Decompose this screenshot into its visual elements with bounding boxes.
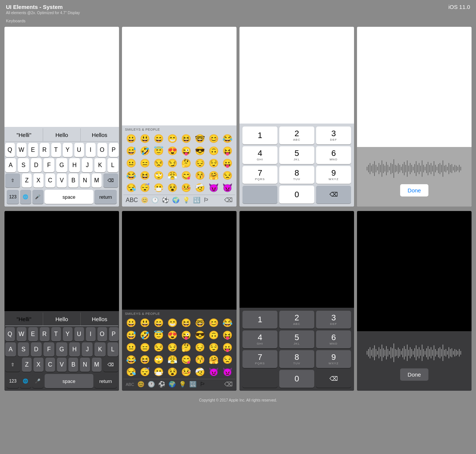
emoji-d-13[interactable]: 😜 — [180, 329, 193, 341]
key-z-dark[interactable]: Z — [22, 358, 32, 372]
key-e-dark[interactable]: E — [28, 327, 38, 341]
emoji-d-36[interactable]: 😵 — [165, 366, 179, 378]
key-delete-light[interactable]: ⌫ — [103, 173, 118, 188]
emoji-35[interactable]: 😷 — [152, 182, 165, 194]
key-m-dark[interactable]: M — [92, 358, 102, 372]
key-g-dark[interactable]: G — [56, 342, 67, 357]
key-mic-light[interactable]: 🎤 — [32, 190, 44, 204]
key-k-light[interactable]: K — [94, 158, 105, 172]
emoji-d-12[interactable]: 😍 — [165, 329, 179, 341]
autocomplete-hello-light[interactable]: Hello — [43, 128, 81, 141]
key-c-light[interactable]: C — [45, 173, 55, 188]
key-y-dark[interactable]: Y — [63, 327, 73, 341]
autocomplete-hello-dark[interactable]: Hello — [43, 313, 81, 326]
emoji-cat-sport-dark[interactable]: ⚽ — [158, 381, 165, 388]
key-r-dark[interactable]: R — [40, 327, 49, 341]
emoji-d-21[interactable]: 🤔 — [180, 342, 193, 354]
key-delete-dark[interactable]: ⌫ — [103, 358, 118, 372]
emoji-cat-sport[interactable]: ⚽ — [162, 196, 169, 204]
emoji-d-39[interactable]: 😈 — [207, 366, 221, 378]
emoji-cat-objects-dark[interactable]: 💡 — [179, 381, 186, 388]
key-u-dark[interactable]: U — [74, 327, 84, 341]
key-globe-light[interactable]: 🌐 — [20, 190, 31, 204]
numpad-4-dark[interactable]: 4GHI — [242, 330, 277, 348]
key-w-dark[interactable]: W — [17, 327, 26, 341]
numpad-9-light[interactable]: 9WXYZ — [316, 166, 351, 184]
emoji-d-3[interactable]: 😄 — [152, 317, 165, 329]
emoji-4[interactable]: 😁 — [165, 133, 179, 145]
emoji-d-26[interactable]: 😆 — [138, 354, 151, 366]
emoji-7[interactable]: 😊 — [207, 133, 221, 145]
key-m-light[interactable]: M — [92, 173, 102, 188]
emoji-cat-flags[interactable]: 🏳 — [203, 197, 209, 204]
emoji-14[interactable]: 😎 — [193, 145, 207, 157]
key-c-dark[interactable]: C — [45, 358, 55, 372]
key-t-dark[interactable]: T — [51, 327, 61, 341]
key-o-dark[interactable]: O — [97, 327, 107, 341]
key-p-light[interactable]: P — [109, 143, 119, 157]
key-l-light[interactable]: L — [107, 158, 118, 172]
emoji-15[interactable]: 🙃 — [207, 145, 221, 157]
emoji-1[interactable]: 😀 — [124, 133, 138, 145]
emoji-23[interactable]: 😌 — [207, 157, 221, 169]
key-p-dark[interactable]: P — [109, 327, 119, 341]
key-e-light[interactable]: E — [28, 143, 38, 157]
emoji-d-29[interactable]: 😋 — [180, 354, 193, 366]
emoji-d-20[interactable]: 😏 — [165, 342, 179, 354]
key-i-light[interactable]: I — [86, 143, 96, 157]
emoji-d-31[interactable]: 🤗 — [207, 354, 221, 366]
emoji-cat-objects[interactable]: 💡 — [183, 196, 190, 204]
key-a-light[interactable]: A — [5, 158, 16, 172]
numpad-3-dark[interactable]: 3DEF — [316, 311, 351, 329]
emoji-d-38[interactable]: 🤕 — [193, 366, 207, 378]
emoji-d-40[interactable]: 👿 — [221, 366, 234, 378]
emoji-d-35[interactable]: 😷 — [152, 366, 165, 378]
key-v-dark[interactable]: V — [57, 358, 67, 372]
emoji-d-10[interactable]: 🤣 — [138, 329, 151, 341]
emoji-cat-flags-dark[interactable]: 🏳 — [200, 381, 206, 388]
emoji-d-25[interactable]: 😂 — [124, 354, 138, 366]
emoji-21[interactable]: 🤔 — [180, 157, 193, 169]
key-b-dark[interactable]: B — [68, 358, 78, 372]
emoji-32[interactable]: 😒 — [221, 170, 234, 182]
emoji-d-18[interactable]: 😑 — [138, 342, 151, 354]
key-i-dark[interactable]: I — [86, 327, 96, 341]
emoji-d-7[interactable]: 😊 — [207, 317, 221, 329]
key-123-light[interactable]: 123 — [7, 190, 19, 204]
emoji-31[interactable]: 🤗 — [207, 170, 221, 182]
numpad-0-dark[interactable]: 0 — [279, 370, 314, 388]
key-o-light[interactable]: O — [97, 143, 107, 157]
key-g-light[interactable]: G — [56, 158, 67, 172]
numpad-2-dark[interactable]: 2ABC — [279, 311, 314, 329]
emoji-d-4[interactable]: 😁 — [165, 317, 179, 329]
numpad-3-light[interactable]: 3DEF — [316, 127, 351, 144]
key-f-dark[interactable]: F — [44, 342, 54, 357]
emoji-cat-smile-dark[interactable]: 😊 — [137, 381, 145, 388]
key-space-dark[interactable]: space — [45, 374, 93, 388]
emoji-8[interactable]: 😂 — [221, 133, 234, 145]
emoji-34[interactable]: 😴 — [138, 182, 151, 194]
emoji-d-16[interactable]: 😝 — [221, 329, 234, 341]
emoji-9[interactable]: 😅 — [124, 145, 138, 157]
emoji-d-1[interactable]: 😀 — [124, 317, 138, 329]
emoji-38[interactable]: 🤕 — [193, 182, 207, 194]
emoji-17[interactable]: 😐 — [124, 157, 138, 169]
done-button-light[interactable]: Done — [400, 184, 428, 196]
emoji-40[interactable]: 👿 — [221, 182, 234, 194]
emoji-d-37[interactable]: 🤒 — [180, 366, 193, 378]
emoji-39[interactable]: 😈 — [207, 182, 221, 194]
key-a-dark[interactable]: A — [5, 342, 16, 357]
key-shift-light[interactable]: ⇧ — [5, 173, 20, 188]
emoji-13[interactable]: 😜 — [180, 145, 193, 157]
key-mic-dark[interactable]: 🎤 — [32, 374, 44, 388]
emoji-delete-light[interactable]: ⌫ — [224, 196, 233, 204]
emoji-19[interactable]: 😒 — [152, 157, 165, 169]
key-h-dark[interactable]: H — [69, 342, 80, 357]
autocomplete-helli-dark[interactable]: "Helli" — [5, 313, 43, 326]
emoji-cat-abc[interactable]: ABC — [126, 197, 138, 204]
key-y-light[interactable]: Y — [63, 143, 73, 157]
key-n-light[interactable]: N — [80, 173, 90, 188]
emoji-cat-clock-dark[interactable]: 🕐 — [148, 381, 155, 388]
key-s-light[interactable]: S — [18, 158, 29, 172]
key-t-light[interactable]: T — [51, 143, 61, 157]
